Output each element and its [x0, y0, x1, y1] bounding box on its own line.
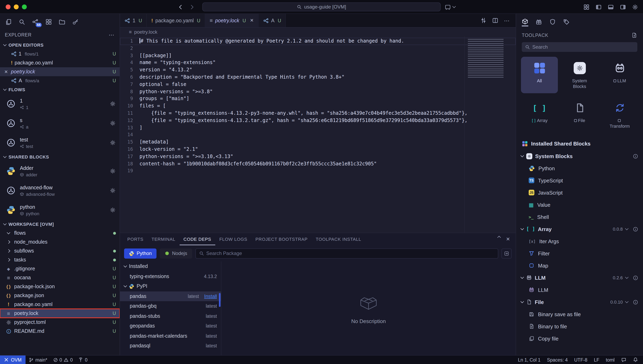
command-center-search[interactable]: usage-guide [OVM]: [202, 2, 441, 11]
eol-type[interactable]: LF: [594, 357, 600, 362]
info-icon[interactable]: [633, 154, 638, 159]
panel-tab-ports[interactable]: PORTS: [123, 233, 147, 245]
workspace-folder-node_modules[interactable]: node_modules: [0, 238, 120, 246]
ports-status[interactable]: 0: [76, 357, 90, 362]
remote-indicator[interactable]: OVM: [0, 356, 26, 364]
workspace-file-README.md[interactable]: README.md U: [0, 327, 120, 336]
package-row-pandas-market-calendars[interactable]: pandas-market-calendars latest: [120, 331, 221, 341]
forward-button[interactable]: [189, 0, 195, 14]
run-install-icon[interactable]: [502, 248, 512, 258]
more-actions-icon[interactable]: ⋯: [109, 32, 115, 38]
toolpack-card-array[interactable]: [ ] []Array: [521, 96, 558, 132]
encoding[interactable]: UTF-8: [574, 357, 588, 362]
version-select-chevron[interactable]: [625, 227, 628, 230]
shield-icon[interactable]: [549, 19, 556, 25]
toggle-panel-left-icon[interactable]: [596, 4, 602, 10]
zoom-window-button[interactable]: [22, 4, 27, 9]
shared-block-item[interactable]: advanced-flow advanced-flow: [0, 181, 120, 200]
close-window-button[interactable]: [6, 4, 10, 9]
back-button[interactable]: [178, 0, 184, 14]
info-icon[interactable]: [633, 226, 638, 232]
package-row-pandas[interactable]: pandas latest Install: [120, 291, 221, 301]
new-toolpack-icon[interactable]: [632, 32, 637, 38]
block-group-system-blocks[interactable]: System Blocks: [516, 150, 643, 162]
block-item-typescript[interactable]: TS TypeScript: [516, 174, 643, 186]
code-editor[interactable]: 1 # This file is automatically @generate…: [120, 36, 516, 233]
flow-settings-gear-icon[interactable]: [110, 207, 116, 213]
notifications-bell-icon[interactable]: [633, 357, 638, 362]
list-scrollbar-thumb[interactable]: [219, 293, 220, 307]
minimap[interactable]: [464, 36, 516, 233]
toolpack-card-transform[interactable]: Transform: [601, 96, 638, 132]
editor-tab-poetry.lock[interactable]: ≡ poetry.lock U ✕: [205, 14, 258, 27]
workspace-file-.gitignore[interactable]: ◆ .gitignore U: [0, 264, 120, 273]
block-item-shell[interactable]: >_ Shell: [516, 211, 643, 223]
folder-icon[interactable]: [59, 19, 65, 25]
package-search-input[interactable]: [206, 250, 494, 256]
package-row-geopandas[interactable]: geopandas latest: [120, 321, 221, 331]
block-item-binary-save-as-file[interactable]: Binary save as file: [516, 308, 643, 320]
editor-tab-package.oo.yaml[interactable]: ! package.oo.yaml U: [147, 14, 205, 27]
shared-block-item[interactable]: Adder adder: [0, 161, 120, 181]
close-editor-icon[interactable]: ✕: [3, 69, 9, 74]
workspace-folder-tasks[interactable]: tasks: [0, 255, 120, 264]
workspace-file-package.oo.yaml[interactable]: ! package.oo.yaml U: [0, 300, 120, 309]
block-item-map[interactable]: Map: [516, 260, 643, 272]
python-filter-button[interactable]: Python: [124, 248, 157, 258]
info-icon[interactable]: [633, 275, 638, 280]
open-editor-item[interactable]: ✕ poetry.lock U: [0, 67, 120, 76]
toolpack-card-system-blocks[interactable]: System Blocks: [561, 57, 598, 93]
block-item-binary-to-file[interactable]: Binary to file: [516, 320, 643, 332]
editor-tab-1[interactable]: 1 U: [120, 14, 147, 27]
toggle-panel-bottom-icon[interactable]: [608, 4, 614, 10]
block-group-llm[interactable]: LLM 0.2.6: [516, 272, 643, 284]
compare-icon[interactable]: [480, 18, 486, 24]
workspace-file-package-lock.json[interactable]: {} package-lock.json U: [0, 282, 120, 291]
section-workspace[interactable]: WORKSPACE [OVM]: [0, 220, 120, 228]
gift-icon[interactable]: [536, 19, 542, 25]
workspace-file-oocana[interactable]: ≡ oocana U: [0, 273, 120, 282]
toolpack-view-icon[interactable]: [522, 18, 528, 26]
flow-settings-gear-icon[interactable]: [110, 120, 116, 126]
flow-settings-gear-icon[interactable]: [110, 168, 116, 174]
toggle-panel-right-icon[interactable]: [620, 4, 626, 10]
package-row-pandas-gbq[interactable]: pandas-gbq latest: [120, 301, 221, 311]
block-item-value[interactable]: ▦ Value: [516, 198, 643, 211]
panel-tab-terminal[interactable]: TERMINAL: [147, 233, 180, 245]
section-open-editors[interactable]: OPEN EDITORS: [0, 40, 120, 50]
workspace-file-package.json[interactable]: {} package.json U: [0, 291, 120, 300]
maximize-panel-icon[interactable]: [497, 236, 501, 239]
block-item-llm[interactable]: LLM: [516, 284, 643, 296]
problems-status[interactable]: 0 0: [50, 357, 75, 362]
package-group-PyPI[interactable]: PyPI: [120, 281, 221, 291]
files-icon[interactable]: [5, 19, 12, 25]
more-actions-icon[interactable]: ⋯: [504, 17, 510, 24]
open-editor-item[interactable]: ! package.oo.yaml U: [0, 58, 120, 67]
install-link[interactable]: Install: [204, 294, 217, 299]
panel-tab-flow-logs[interactable]: FLOW LOGS: [215, 233, 251, 245]
toolpack-card-all[interactable]: All: [521, 57, 558, 93]
search-icon[interactable]: [19, 19, 25, 25]
editor-tab-A[interactable]: A U: [258, 14, 286, 27]
split-editor-icon[interactable]: [492, 18, 498, 24]
toolpack-card-llm[interactable]: LLM: [601, 57, 638, 93]
breadcrumb[interactable]: ≡ poetry.lock: [120, 28, 516, 36]
workspace-file-pyproject.toml[interactable]: pyproject.toml U: [0, 318, 120, 327]
block-item-iter-args[interactable]: [x] Iter Args: [516, 235, 643, 247]
flow-item[interactable]: s a: [0, 114, 120, 133]
workspace-folder-subflows[interactable]: subflows: [0, 246, 120, 255]
cursor-position[interactable]: Ln 1, Col 1: [518, 357, 540, 362]
flow-settings-gear-icon[interactable]: [110, 188, 116, 193]
block-item-copy-file[interactable]: Copy file: [516, 332, 643, 344]
block-item-filter[interactable]: Filter: [516, 247, 643, 260]
flows-view-icon[interactable]: 44: [32, 19, 38, 25]
flow-settings-gear-icon[interactable]: [110, 140, 116, 146]
remote-window-icon[interactable]: [445, 0, 455, 14]
block-group-file[interactable]: File 0.0.10: [516, 296, 643, 308]
block-group-array[interactable]: [ ] Array 0.0.8: [516, 223, 643, 235]
section-flows[interactable]: FLOWS: [0, 85, 120, 94]
block-item-javascript[interactable]: JS JavaScript: [516, 186, 643, 198]
tag-icon[interactable]: [563, 19, 570, 25]
indentation[interactable]: Spaces: 4: [547, 357, 568, 362]
layout-grid-icon[interactable]: [584, 4, 590, 10]
